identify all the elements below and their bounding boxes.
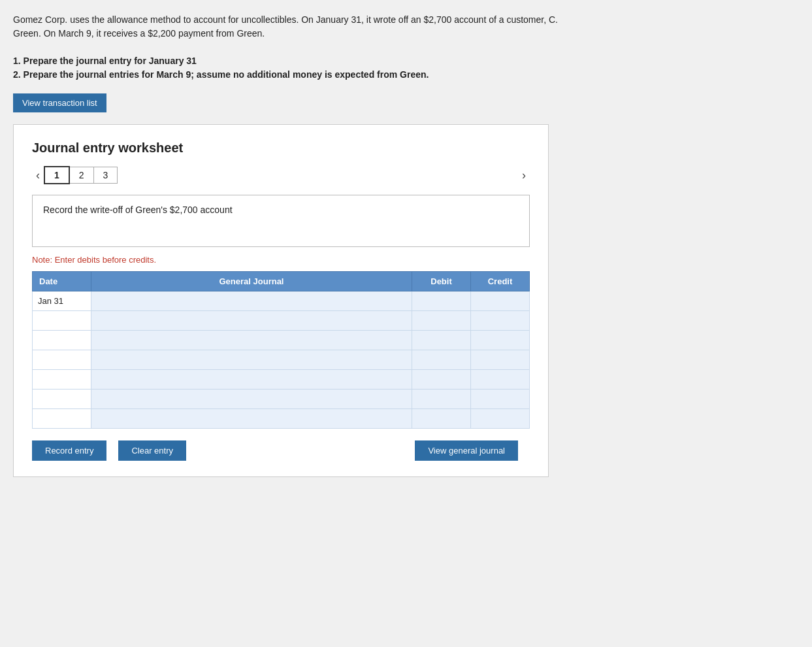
next-tab-arrow[interactable]: › [518,167,530,184]
table-row: Jan 31 [33,291,530,311]
tab-3[interactable]: 3 [94,167,118,184]
view-transaction-button[interactable]: View transaction list [13,93,106,112]
intro-text: Gomez Corp. uses the allowance method to… [13,13,797,82]
debit-input-cell-5[interactable] [412,370,471,390]
credit-input-4[interactable] [471,350,529,369]
journal-input-7[interactable] [91,409,412,428]
debit-input-2[interactable] [412,311,470,330]
journal-table: Date General Journal Debit Credit Jan 31 [32,271,530,429]
date-cell-5 [33,370,91,390]
table-row [33,311,530,331]
worksheet-card: Journal entry worksheet ‹ 1 2 3 › Record… [13,124,549,477]
intro-line1: Gomez Corp. uses the allowance method to… [13,14,558,25]
debit-input-7[interactable] [412,409,470,428]
clear-entry-button[interactable]: Clear entry [118,440,186,461]
table-row [33,370,530,390]
date-cell-1: Jan 31 [33,291,91,311]
note-text: Note: Enter debits before credits. [32,255,530,265]
header-general-journal: General Journal [91,272,412,291]
credit-input-2[interactable] [471,311,529,330]
page-container: Gomez Corp. uses the allowance method to… [13,13,797,477]
table-row [33,390,530,409]
journal-input-cell-2[interactable] [91,311,412,331]
view-general-journal-button[interactable]: View general journal [415,440,518,461]
tab-2[interactable]: 2 [70,167,94,184]
journal-input-2[interactable] [91,311,412,330]
record-entry-button[interactable]: Record entry [32,440,106,461]
journal-input-1[interactable] [91,291,412,310]
tab-number-group: 1 2 3 [44,166,118,184]
prev-tab-arrow[interactable]: ‹ [32,167,44,184]
journal-input-5[interactable] [91,370,412,389]
journal-input-6[interactable] [91,390,412,408]
table-header-row: Date General Journal Debit Credit [33,272,530,291]
date-cell-3 [33,331,91,350]
credit-input-cell-6[interactable] [471,390,530,409]
credit-input-cell-3[interactable] [471,331,530,350]
debit-input-3[interactable] [412,331,470,350]
header-credit: Credit [471,272,530,291]
debit-input-1[interactable] [412,291,470,310]
date-cell-7 [33,409,91,429]
debit-input-cell-4[interactable] [412,350,471,370]
table-row [33,350,530,370]
worksheet-title: Journal entry worksheet [32,141,530,156]
debit-input-5[interactable] [412,370,470,389]
journal-input-cell-3[interactable] [91,331,412,350]
date-cell-2 [33,311,91,331]
header-date: Date [33,272,91,291]
date-cell-6 [33,390,91,409]
table-row [33,331,530,350]
debit-input-6[interactable] [412,390,470,408]
journal-input-3[interactable] [91,331,412,350]
header-debit: Debit [412,272,471,291]
debit-input-cell-7[interactable] [412,409,471,429]
task1-label: 1. Prepare the journal entry for January… [13,56,197,66]
credit-input-cell-7[interactable] [471,409,530,429]
tab-1[interactable]: 1 [44,166,70,184]
credit-input-1[interactable] [471,291,529,310]
journal-input-cell-7[interactable] [91,409,412,429]
journal-input-cell-5[interactable] [91,370,412,390]
date-cell-4 [33,350,91,370]
credit-input-5[interactable] [471,370,529,389]
credit-input-3[interactable] [471,331,529,350]
debit-input-4[interactable] [412,350,470,369]
credit-input-6[interactable] [471,390,529,408]
credit-input-cell-4[interactable] [471,350,530,370]
credit-input-cell-1[interactable] [471,291,530,311]
button-row: Record entry Clear entry View general jo… [32,440,530,461]
credit-input-cell-5[interactable] [471,370,530,390]
debit-input-cell-6[interactable] [412,390,471,409]
table-row [33,409,530,429]
debit-input-cell-3[interactable] [412,331,471,350]
tab-navigation: ‹ 1 2 3 › [32,166,530,184]
debit-input-cell-2[interactable] [412,311,471,331]
credit-input-cell-2[interactable] [471,311,530,331]
credit-input-7[interactable] [471,409,529,428]
journal-input-cell-6[interactable] [91,390,412,409]
debit-input-cell-1[interactable] [412,291,471,311]
task2-label: 2. Prepare the journal entries for March… [13,69,429,80]
description-box: Record the write-off of Green's $2,700 a… [32,195,530,247]
journal-input-4[interactable] [91,350,412,369]
journal-input-cell-4[interactable] [91,350,412,370]
journal-input-cell-1[interactable] [91,291,412,311]
intro-line2: Green. On March 9, it receives a $2,200 … [13,28,265,39]
description-text: Record the write-off of Green's $2,700 a… [43,205,233,215]
